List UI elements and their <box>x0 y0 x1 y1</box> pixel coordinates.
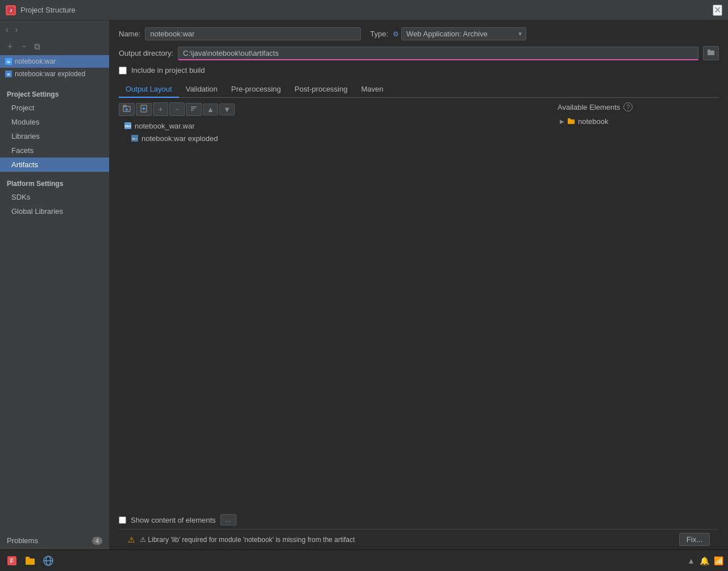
sidebar: ‹ › ＋ － ⧉ W notebook:war W notebook:war … <box>0 20 110 549</box>
output-dir-input[interactable] <box>178 47 698 60</box>
help-icon[interactable]: ? <box>623 102 633 111</box>
type-field-group: Type: ⚙ Web Application: Archive ▼ <box>370 27 526 40</box>
sidebar-item-artifacts[interactable]: Artifacts <box>0 158 109 172</box>
sidebar-item-modules[interactable]: Modules <box>0 115 109 129</box>
sort-button[interactable] <box>186 103 202 116</box>
svg-text:WAR: WAR <box>124 125 131 128</box>
add-artifact-button[interactable]: ＋ <box>3 40 16 53</box>
war-exploded-icon: W <box>5 70 13 78</box>
name-label: Name: <box>119 30 140 38</box>
sidebar-item-project[interactable]: Project <box>0 101 109 115</box>
tab-output-layout[interactable]: Output Layout <box>119 81 179 98</box>
tab-post-processing[interactable]: Post-processing <box>288 81 354 98</box>
warning-icon: ⚠ <box>128 535 135 544</box>
fix-button[interactable]: Fix... <box>679 533 710 546</box>
taskbar-icon-network[interactable] <box>41 553 56 568</box>
title-bar: J Project Structure ✕ <box>0 0 728 20</box>
artifact-label-war: notebook:war <box>15 57 56 65</box>
war-exploded-ref-icon: W↗ <box>130 134 139 143</box>
include-label[interactable]: Include in project build <box>131 66 205 75</box>
problems-label: Problems <box>7 536 38 545</box>
tab-validation[interactable]: Validation <box>179 81 224 98</box>
svg-text:J: J <box>10 8 12 13</box>
problems-section[interactable]: Problems 4 <box>0 532 109 549</box>
tab-maven[interactable]: Maven <box>354 81 390 98</box>
sidebar-item-libraries[interactable]: Libraries <box>0 129 109 143</box>
name-input[interactable] <box>145 27 361 40</box>
move-up-button[interactable]: ▲ <box>203 104 218 115</box>
add-file-button[interactable] <box>136 103 152 116</box>
war-icon: W <box>5 57 13 65</box>
include-checkbox[interactable] <box>119 67 127 75</box>
taskbar-icon-folder[interactable] <box>23 553 38 568</box>
sidebar-item-facets[interactable]: Facets <box>0 143 109 158</box>
sidebar-item-global-libraries[interactable]: Global Libraries <box>0 204 109 218</box>
tab-pre-processing[interactable]: Pre-processing <box>224 81 288 98</box>
svg-text:W: W <box>7 60 10 64</box>
project-settings-header: Project Settings <box>0 87 109 101</box>
tree-item-war-file[interactable]: WAR notebook_war.war <box>119 119 548 132</box>
name-type-row: Name: Type: ⚙ Web Application: Archive ▼ <box>119 27 719 40</box>
add-element-button[interactable]: ＋ <box>153 102 168 116</box>
nav-forward-button[interactable]: › <box>13 24 20 35</box>
notebook-module-icon <box>567 117 576 126</box>
war-file-label: notebook_war.war <box>135 122 195 130</box>
remove-element-button[interactable]: － <box>169 102 185 116</box>
type-select-wrapper: ⚙ Web Application: Archive ▼ <box>393 27 526 40</box>
tree-item-war-exploded[interactable]: W↗ notebook:war exploded <box>119 132 548 144</box>
artifact-item-notebook-war-exploded[interactable]: W notebook:war exploded <box>0 68 109 80</box>
artifact-label-war-exploded: notebook:war exploded <box>15 70 85 78</box>
output-dir-row: Output directory: <box>119 46 719 60</box>
svg-text:W: W <box>7 73 10 76</box>
two-panel: ＋ － ▲ ▼ WAR notebook_war.war <box>119 102 719 529</box>
nav-back-button[interactable]: ‹ <box>3 24 11 35</box>
move-down-button[interactable]: ▼ <box>219 104 235 115</box>
output-toolbar: ＋ － ▲ ▼ <box>119 102 548 116</box>
available-tree: ▶ notebook <box>558 115 719 529</box>
folder-browse-icon <box>707 48 715 56</box>
artifact-item-notebook-war[interactable]: W notebook:war <box>0 55 109 68</box>
warning-bar: ⚠ ⚠ Library 'lib' required for module 'n… <box>119 529 719 549</box>
tabs-bar: Output Layout Validation Pre-processing … <box>119 81 719 98</box>
svg-rect-23 <box>568 118 571 120</box>
dots-button[interactable]: ... <box>221 514 236 526</box>
close-button[interactable]: ✕ <box>713 5 722 16</box>
title-bar-left: J Project Structure <box>6 5 76 15</box>
svg-rect-22 <box>568 119 575 124</box>
taskbar-network-icon: 📶 <box>714 556 723 565</box>
type-select[interactable]: Web Application: Archive <box>401 27 526 40</box>
right-panel: Available Elements ? ▶ notebook <box>548 102 719 529</box>
svg-rect-6 <box>708 51 714 55</box>
remove-artifact-button[interactable]: － <box>18 40 31 53</box>
taskbar: F ▲ 🔔 📶 <box>0 549 728 571</box>
nav-buttons: ‹ › <box>0 20 109 39</box>
sidebar-item-sdks[interactable]: SDKs <box>0 190 109 204</box>
browse-button[interactable] <box>703 46 719 60</box>
show-content-row: Show content of elements ... <box>119 510 548 529</box>
taskbar-left: F <box>5 553 56 568</box>
taskbar-icon-filezilla[interactable]: F <box>5 553 19 568</box>
main-layout: ‹ › ＋ － ⧉ W notebook:war W notebook:war … <box>0 20 728 549</box>
show-content-checkbox[interactable] <box>119 516 126 524</box>
left-panel: ＋ － ▲ ▼ WAR notebook_war.war <box>119 102 548 529</box>
war-file-icon: WAR <box>123 121 132 130</box>
name-field-group: Name: <box>119 27 361 40</box>
svg-text:W↗: W↗ <box>132 137 138 140</box>
problems-badge: 4 <box>92 537 102 545</box>
include-row: Include in project build <box>119 66 719 75</box>
avail-tree-item-notebook[interactable]: ▶ notebook <box>558 115 719 127</box>
expand-arrow-icon: ▶ <box>560 118 564 125</box>
war-exploded-ref-label: notebook:war exploded <box>142 134 218 143</box>
svg-text:F: F <box>10 558 14 564</box>
svg-rect-7 <box>708 49 710 51</box>
output-dir-label: Output directory: <box>119 49 173 57</box>
available-elements-label: Available Elements <box>558 103 620 111</box>
content-area: Name: Type: ⚙ Web Application: Archive ▼… <box>110 20 728 549</box>
show-content-label[interactable]: Show content of elements <box>131 516 216 524</box>
app-icon: J <box>6 5 16 15</box>
create-dir-button[interactable] <box>119 103 135 116</box>
svg-rect-27 <box>26 557 30 559</box>
taskbar-up-icon: ▲ <box>687 556 695 565</box>
type-icon: ⚙ <box>393 30 399 38</box>
copy-artifact-button[interactable]: ⧉ <box>32 40 43 53</box>
